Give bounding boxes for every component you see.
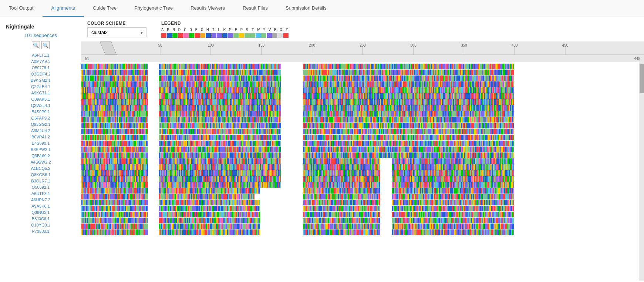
color-scheme-control: COLOR SCHEME clustal2clustalnucleotideta… (87, 21, 146, 37)
seq-segment (522, 218, 523, 223)
seq-list-item[interactable]: P73538.1 (32, 228, 49, 234)
seq-list-item[interactable]: O59778.1 (32, 65, 50, 71)
seq-list-item[interactable]: B3EPW2.1 (31, 147, 51, 152)
seq-list-item[interactable]: Q3INU3.1 (32, 209, 50, 215)
seq-list-item[interactable]: Q10YQ3.1 (31, 222, 50, 228)
legend-color-block (206, 33, 211, 38)
tab-tool-output[interactable]: Tool Output (0, 0, 43, 17)
legend-color-block (172, 33, 178, 38)
seq-list-item[interactable]: Q8KGB6.1 (31, 172, 50, 178)
seq-list-item[interactable]: Q2GDF4.2 (31, 71, 50, 77)
svg-marker-18 (100, 41, 117, 55)
alignment-row (81, 123, 639, 128)
alignment-row (81, 158, 639, 164)
seq-list-item[interactable]: B8J0C6.1 (32, 216, 50, 222)
seq-list-item[interactable]: Q3B169.2 (31, 153, 50, 159)
seq-list-item[interactable]: B3QLR7.1 (31, 178, 50, 184)
alignment-row (81, 64, 639, 69)
tab-alignments[interactable]: Alignments (43, 0, 84, 17)
legend-colors (161, 33, 289, 38)
seq-list-item[interactable]: Q2W3L4.1 (31, 103, 51, 108)
legend-color-block (228, 33, 233, 38)
legend-color-block (211, 33, 216, 38)
tab-result-files[interactable]: Result Files (234, 0, 277, 17)
tab-submission-details[interactable]: Submission Details (277, 0, 336, 17)
seq-segment (522, 70, 523, 75)
tab-phylogenetic-tree[interactable]: Phylogenetic Tree (125, 0, 182, 17)
legend-letters: A R N D C Q E G H I L K M F P S T W Y V … (161, 27, 289, 32)
legend-color-block (222, 33, 227, 38)
tabs-bar: Tool Output Alignments Guide Tree Phylog… (0, 0, 644, 17)
seq-list-item[interactable]: Q2GLB4.1 (31, 84, 50, 90)
zoom-in-button[interactable]: 🔍 (32, 41, 40, 49)
seq-list-item[interactable]: B9KGM2.1 (31, 77, 51, 83)
seq-list-item[interactable]: Q93GG2.1 (31, 121, 50, 127)
svg-text:400: 400 (512, 43, 518, 47)
svg-text:150: 150 (258, 43, 264, 47)
seq-segment (522, 224, 523, 229)
seq-segment (522, 164, 523, 170)
zoom-controls: 🔍 🔍 (0, 40, 81, 52)
alignment-row (81, 152, 639, 158)
alignment-scroll[interactable] (81, 62, 639, 281)
color-scheme-select[interactable]: clustal2clustalnucleotidetaylorhydrophob… (87, 27, 146, 37)
seq-list-item[interactable]: A0M7A9.1 (31, 58, 50, 64)
seq-segment (522, 141, 523, 146)
tab-results-viewers[interactable]: Results Viewers (182, 0, 234, 17)
alignment-row (81, 135, 639, 140)
legend-color-block (161, 33, 166, 38)
zoom-out-button[interactable]: 🔍 (41, 41, 50, 49)
svg-text:100: 100 (208, 43, 214, 47)
seq-segment (522, 176, 523, 182)
seq-list-item[interactable]: A1BCQ5.2 (31, 165, 51, 171)
alignment-row (81, 141, 639, 146)
legend-color-block (261, 33, 266, 38)
seq-segment (522, 123, 523, 128)
seq-list-item[interactable]: A6UPN7.2 (31, 197, 50, 203)
alignment-row (81, 87, 639, 93)
sequence-list: A6FLT1.1A0M7A9.1O59778.1Q2GDF4.2B9KGM2.1… (0, 52, 81, 234)
alignment-row (81, 229, 639, 235)
seq-list-item[interactable]: A9KG71.1 (31, 90, 50, 96)
legend-color-block (267, 33, 272, 38)
legend-color-block (167, 33, 172, 38)
alignment-row (81, 224, 639, 229)
seq-list-item[interactable]: Q58692.1 (32, 184, 50, 190)
seq-list-item[interactable]: A9A5K6.1 (31, 203, 50, 209)
scrollbar-thumb[interactable] (640, 64, 644, 93)
seq-list-item[interactable]: B0VR41.2 (31, 134, 50, 140)
seq-segment (522, 64, 523, 69)
legend-color-block (217, 33, 222, 38)
seq-segment (522, 81, 523, 87)
legend-color-block (178, 33, 183, 38)
alignment-row (81, 81, 639, 87)
legend-color-block (239, 33, 244, 38)
seq-list-item[interactable]: A6FLT1.1 (32, 52, 50, 58)
seq-list-item[interactable]: Q89AK5.1 (31, 96, 50, 102)
seq-list-item[interactable]: A3M4U4.2 (31, 128, 50, 134)
alignment-row (81, 147, 639, 152)
seq-segment (522, 135, 523, 140)
seq-segment (522, 99, 523, 105)
seq-list-item[interactable]: B4S690.1 (32, 140, 50, 146)
seq-segment (522, 229, 523, 235)
seq-segment (522, 188, 523, 194)
svg-text:200: 200 (309, 43, 315, 47)
mini-ruler: 50100150200250300350400450 (81, 41, 644, 55)
svg-text:450: 450 (562, 43, 569, 47)
seq-visualization (81, 62, 639, 236)
seq-list-item[interactable]: Q6FAP9.2 (31, 115, 50, 121)
alignment-row (81, 93, 639, 99)
seq-segment (522, 111, 523, 117)
alignment-row (81, 206, 639, 211)
seq-list-item[interactable]: A6UTF3.1 (31, 191, 50, 197)
seq-list-item[interactable]: B4S0P9.1 (31, 109, 50, 115)
seq-list-item[interactable]: A4SGW2.2 (30, 159, 51, 165)
seq-segment (522, 93, 523, 99)
alignment-area (81, 62, 644, 281)
seq-segment (522, 200, 523, 205)
vertical-scrollbar[interactable] (639, 62, 644, 281)
alignment-row (81, 129, 639, 134)
legend-color-block (233, 33, 239, 38)
tab-guide-tree[interactable]: Guide Tree (84, 0, 125, 17)
